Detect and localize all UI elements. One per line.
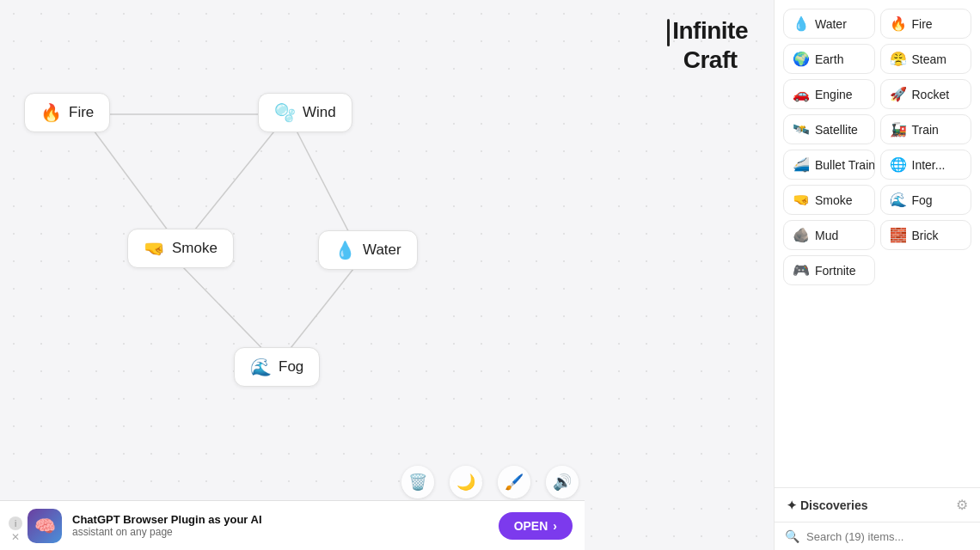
canvas-element-water[interactable]: 💧Water [318, 230, 418, 270]
sidebar-item-engine[interactable]: 🚗Engine [783, 79, 875, 109]
mud2-sidebar-icon: 🪨 [793, 227, 810, 243]
wind-label: Wind [303, 104, 336, 121]
fog-icon: 🌊 [250, 357, 272, 377]
smoke-sidebar-icon: 🤜 [793, 192, 810, 208]
satellite-sidebar-icon: 🛰️ [793, 121, 810, 138]
engine-sidebar-icon: 🚗 [793, 86, 810, 102]
canvas-element-wind[interactable]: 🫧Wind [258, 93, 352, 132]
sidebar-item-fire[interactable]: 🔥Fire [880, 9, 972, 39]
sidebar-item-smoke[interactable]: 🤜Smoke [783, 185, 875, 215]
craft-canvas[interactable]: 🔥Fire🫧Wind🤜Smoke💧Water🌊Fog [0, 0, 774, 550]
connection-lines [0, 0, 774, 550]
earth-sidebar-icon: 🌍 [793, 51, 810, 67]
steam-sidebar-label: Steam [912, 52, 946, 66]
ad-text: ChatGPT Browser Plugin as your AI assist… [72, 513, 488, 538]
engine-sidebar-label: Engine [815, 88, 853, 101]
ad-open-button[interactable]: OPEN › [499, 512, 573, 540]
steam-sidebar-icon: 😤 [890, 51, 907, 67]
satellite-sidebar-label: Satellite [815, 123, 858, 137]
search-icon: 🔍 [785, 529, 799, 543]
close-label[interactable]: ✕ [11, 531, 20, 543]
sidebar-bottom: ✦ Discoveries ⚙ 🔍 [775, 487, 980, 550]
ad-icon: 🧠 [28, 509, 62, 543]
info-icon: i [9, 516, 22, 530]
water-sidebar-icon: 💧 [793, 15, 810, 32]
sidebar-item-satellite[interactable]: 🛰️Satellite [783, 114, 875, 144]
water-sidebar-label: Water [815, 17, 847, 31]
fire-sidebar-icon: 🔥 [890, 15, 907, 32]
train-sidebar-icon: 🚂 [890, 121, 907, 138]
sidebar-item-train[interactable]: 🚂Train [880, 114, 972, 144]
settings-icon[interactable]: ⚙ [956, 497, 968, 513]
ad-banner: i ✕ 🧠 ChatGPT Browser Plugin as your AI … [0, 500, 585, 550]
sidebar-item-fog[interactable]: 🌊Fog [880, 185, 972, 215]
smoke-icon: 🤜 [144, 238, 165, 259]
sidebar: 💧Water🔥Fire🌍Earth😤Steam🚗Engine🚀Rocket🛰️S… [774, 0, 980, 550]
internet-sidebar-label: Inter... [912, 158, 946, 172]
fire-sidebar-label: Fire [912, 17, 933, 31]
fog-sidebar-icon: 🌊 [890, 192, 907, 208]
wind-icon: 🫧 [274, 102, 296, 123]
sidebar-item-rocket[interactable]: 🚀Rocket [880, 79, 972, 109]
canvas-element-smoke[interactable]: 🤜Smoke [127, 229, 234, 268]
water-label: Water [363, 241, 401, 259]
sidebar-item-water[interactable]: 💧Water [783, 9, 875, 39]
ad-title: ChatGPT Browser Plugin as your AI [72, 513, 488, 526]
ad-close-button[interactable]: i ✕ [9, 516, 22, 543]
sidebar-item-earth[interactable]: 🌍Earth [783, 44, 875, 74]
internet-sidebar-icon: 🌐 [890, 156, 907, 173]
discoveries-label: ✦ Discoveries [787, 498, 868, 512]
svg-line-2 [181, 114, 288, 248]
mud2-sidebar-label: Mud [815, 229, 838, 242]
fire-icon: 🔥 [40, 102, 62, 123]
bullet-train-sidebar-label: Bullet Train [815, 158, 875, 172]
rocket-sidebar-label: Rocket [912, 88, 950, 101]
canvas-element-fog[interactable]: 🌊Fog [234, 347, 320, 387]
sidebar-item-internet[interactable]: 🌐Inter... [880, 150, 972, 180]
brush-button[interactable]: 🖌️ [498, 466, 530, 498]
earth-sidebar-label: Earth [815, 52, 843, 66]
delete-button[interactable]: 🗑️ [401, 466, 434, 498]
fortnite-sidebar-label: Fortnite [815, 264, 855, 278]
search-input[interactable] [806, 530, 970, 543]
canvas-toolbar: 🗑️ 🌙 🖌️ 🔊 [401, 466, 579, 498]
dark-mode-button[interactable]: 🌙 [450, 466, 482, 498]
sidebar-item-fortnite[interactable]: 🎮Fortnite [783, 255, 875, 285]
bullet-train-sidebar-icon: 🚄 [793, 156, 810, 173]
search-bar: 🔍 [775, 522, 980, 550]
brick-sidebar-icon: 🧱 [890, 227, 907, 243]
sidebar-item-brick[interactable]: 🧱Brick [880, 220, 972, 250]
sidebar-item-steam[interactable]: 😤Steam [880, 44, 972, 74]
fog-sidebar-label: Fog [912, 193, 933, 207]
fire-label: Fire [69, 104, 94, 121]
rocket-sidebar-icon: 🚀 [890, 86, 907, 102]
canvas-element-fire[interactable]: 🔥Fire [24, 93, 110, 132]
svg-line-3 [288, 114, 357, 248]
ad-subtitle: assistant on any page [72, 526, 488, 538]
train-sidebar-label: Train [912, 123, 939, 137]
fortnite-sidebar-icon: 🎮 [793, 262, 810, 278]
discoveries-bar: ✦ Discoveries ⚙ [775, 488, 980, 522]
smoke-label: Smoke [172, 240, 217, 257]
sidebar-item-bullet-train[interactable]: 🚄Bullet Train [783, 150, 875, 180]
volume-button[interactable]: 🔊 [546, 466, 579, 498]
water-icon: 💧 [334, 240, 356, 260]
fog-label: Fog [279, 358, 303, 376]
svg-line-1 [82, 114, 181, 248]
brick-sidebar-label: Brick [912, 229, 939, 242]
smoke-sidebar-label: Smoke [815, 193, 853, 207]
sidebar-items-list: 💧Water🔥Fire🌍Earth😤Steam🚗Engine🚀Rocket🛰️S… [775, 0, 980, 487]
sidebar-item-mud2[interactable]: 🪨Mud [783, 220, 875, 250]
